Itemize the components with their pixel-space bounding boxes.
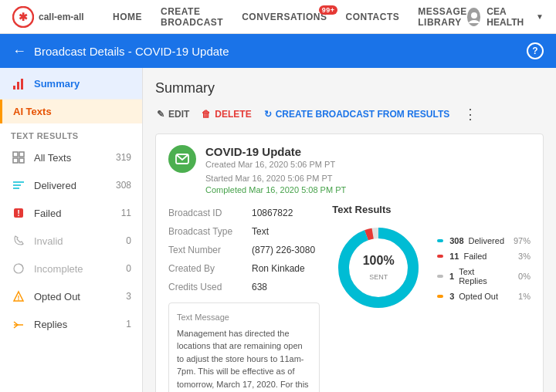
delete-button[interactable]: 🗑 DELETE (200, 106, 253, 123)
svg-rect-9 (13, 158, 18, 163)
main-layout: Summary AI Texts Text Results All Texts … (0, 68, 556, 392)
sidebar-item-opted-out[interactable]: ! Opted Out 3 (0, 282, 142, 310)
stat-delivered: 308 Delivered 97% (437, 236, 531, 245)
failed-count: 11 (121, 208, 131, 218)
edit-icon: ✎ (157, 109, 164, 120)
more-options-button[interactable]: ⋮ (463, 106, 477, 123)
detail-row-number: Text Number (877) 226-3080 (168, 241, 320, 259)
conversations-badge: 99+ (319, 5, 338, 15)
detail-row-type: Broadcast Type Text (168, 222, 320, 241)
back-button[interactable]: ← (12, 44, 26, 58)
svg-rect-10 (19, 158, 24, 163)
broadcast-info: COVID-19 Update Created Mar 16, 2020 5:0… (205, 145, 346, 194)
nav-message-library[interactable]: MESSAGE LIBRARY (418, 6, 467, 28)
sidebar-item-delivered[interactable]: Delivered 308 (0, 171, 142, 199)
failed-pct: 3% (509, 252, 531, 261)
opted-out-count: 3 (126, 291, 131, 302)
breadcrumb-title: Broadcast Details - COVID-19 Update (34, 45, 229, 58)
replies-count: 1 (126, 319, 131, 329)
opted-out-pct: 1% (509, 292, 531, 301)
incomplete-icon (11, 261, 26, 276)
chevron-down-icon: ▼ (536, 12, 544, 21)
breadcrumb-bar: ← Broadcast Details - COVID-19 Update ? (0, 34, 556, 68)
replies-dot (437, 275, 443, 278)
svg-text:!: ! (17, 208, 20, 218)
sidebar-item-incomplete[interactable]: Incomplete 0 (0, 255, 142, 282)
svg-rect-8 (19, 152, 24, 157)
delivered-dot (437, 239, 443, 242)
nav-home[interactable]: HOME (113, 12, 142, 22)
all-texts-count: 319 (116, 152, 131, 163)
edit-button[interactable]: ✎ EDIT (155, 106, 191, 123)
logo: ✱ call-em-all (12, 6, 113, 28)
broadcast-completed: Completed Mar 16, 2020 5:08 PM PT (205, 185, 346, 194)
stat-opted-out: 3 Opted Out 1% (437, 292, 531, 301)
sidebar-item-replies[interactable]: Replies 1 (0, 310, 142, 338)
nav-create-broadcast[interactable]: CREATE BROADCAST (161, 6, 223, 28)
opted-out-icon: ! (11, 289, 26, 304)
content-title: Summary (155, 80, 544, 96)
failed-count-stat: 11 (449, 252, 459, 261)
left-col: Broadcast ID 10867822 Broadcast Type Tex… (168, 204, 320, 392)
help-button[interactable]: ? (527, 42, 544, 59)
message-label: Text Message (177, 311, 311, 324)
type-val: Text (252, 222, 269, 241)
svg-text:✱: ✱ (19, 11, 28, 23)
number-label: Text Number (168, 241, 246, 259)
broadcast-name: COVID-19 Update (205, 145, 346, 158)
nav-links: HOME CREATE BROADCAST CONVERSATIONS 99+ … (113, 6, 467, 28)
stat-failed: 11 Failed 3% (437, 252, 531, 261)
opted-out-label-stat: Opted Out (459, 292, 498, 301)
number-val: (877) 226-3080 (252, 241, 315, 259)
donut-chart: 100% SENT (332, 221, 425, 314)
sidebar-item-summary[interactable]: Summary (0, 68, 142, 100)
user-name: CEA HEALTH (486, 6, 530, 28)
right-col: Text Results (332, 204, 531, 392)
logo-icon: ✱ (12, 6, 34, 28)
detail-table: Broadcast ID 10867822 Broadcast Type Tex… (168, 204, 320, 296)
stat-text-replies: 1 Text Replies 0% (437, 267, 531, 286)
text-results-title: Text Results (332, 204, 391, 215)
all-texts-label: All Texts (34, 152, 108, 164)
grid-icon (11, 150, 26, 165)
credits-label: Credits Used (168, 278, 246, 296)
svg-rect-6 (21, 79, 23, 90)
results-stats: 308 Delivered 97% 11 Failed 3% (437, 236, 531, 307)
create-broadcast-button[interactable]: ↻ CREATE BROADCAST FROM RESULTS (263, 106, 452, 123)
replies-icon (11, 316, 26, 332)
broadcast-avatar (168, 145, 196, 173)
sidebar-ai-texts[interactable]: AI Texts (0, 100, 142, 123)
nav-contacts[interactable]: CONTACTS (345, 12, 399, 22)
invalid-count: 0 (126, 235, 131, 246)
broadcast-started: Started Mar 16, 2020 5:06 PM PT (205, 172, 346, 186)
broadcast-created: Created Mar 16, 2020 5:06 PM PT (205, 158, 346, 172)
two-col-layout: Broadcast ID 10867822 Broadcast Type Tex… (168, 204, 531, 392)
delivered-count-stat: 308 (449, 236, 463, 245)
phone-icon (11, 233, 26, 248)
sidebar-item-all-texts[interactable]: All Texts 319 (0, 144, 142, 171)
failed-dot (437, 255, 443, 258)
sidebar-item-failed[interactable]: ! Failed 11 (0, 199, 142, 227)
nav-user[interactable]: CEA HEALTH ▼ (467, 6, 544, 28)
delivered-pct: 97% (509, 236, 531, 245)
type-label: Broadcast Type (168, 222, 246, 241)
invalid-label: Invalid (34, 235, 118, 247)
failed-label-stat: Failed (463, 252, 486, 261)
delivered-label: Delivered (34, 180, 108, 191)
sidebar-item-invalid[interactable]: Invalid 0 (0, 227, 142, 255)
svg-point-3 (469, 20, 480, 23)
svg-rect-7 (13, 152, 18, 157)
text-message-box: Text Message Management has directed the… (168, 302, 320, 392)
svg-point-2 (471, 12, 477, 19)
detail-row-id: Broadcast ID 10867822 (168, 204, 320, 222)
nav-conversations[interactable]: CONVERSATIONS 99+ (242, 12, 327, 22)
replies-pct: 0% (509, 272, 531, 281)
replies-label-stat: Text Replies (459, 267, 504, 286)
failed-label: Failed (34, 208, 114, 219)
edit-label: EDIT (168, 109, 189, 120)
sidebar-section-title: Text Results (0, 123, 142, 144)
delete-icon: 🗑 (202, 109, 211, 120)
replies-label: Replies (34, 319, 118, 330)
detail-row-credits: Credits Used 638 (168, 278, 320, 296)
create-label: CREATE BROADCAST FROM RESULTS (276, 109, 450, 120)
